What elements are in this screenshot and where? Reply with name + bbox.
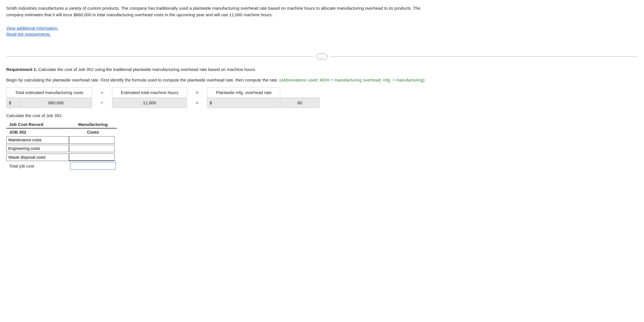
divider-line-right bbox=[330, 56, 638, 57]
formula-section: Total estimated manufacturing costs ÷ Es… bbox=[6, 87, 638, 108]
formula-col2-header: Estimated total machine hours bbox=[112, 87, 187, 98]
waste-value-cell[interactable] bbox=[69, 153, 117, 162]
abbreviation-note: (Abbreviations used: MOH = manufacturing… bbox=[279, 78, 424, 82]
total-label: Total job cost bbox=[6, 162, 69, 170]
requirement-title-bold: Requirement 1. bbox=[6, 67, 37, 72]
maintenance-value-input[interactable] bbox=[69, 136, 115, 144]
maintenance-value-cell[interactable] bbox=[69, 136, 117, 144]
formula-operator2-header: = bbox=[187, 87, 207, 98]
waste-value-input[interactable] bbox=[69, 153, 115, 161]
job-col1-header: Job Cost Record bbox=[6, 121, 69, 128]
calculate-label: Calculate the cost of Job 352. bbox=[6, 113, 638, 118]
job-cost-table: Job Cost Record Manufacturing JOB 352 Co… bbox=[6, 121, 117, 170]
formula-col3-dollar: $ bbox=[207, 98, 280, 108]
maintenance-label-cell[interactable] bbox=[6, 136, 69, 144]
engineering-value-cell[interactable] bbox=[69, 144, 117, 153]
formula-table: Total estimated manufacturing costs ÷ Es… bbox=[6, 87, 320, 108]
engineering-costs-row bbox=[6, 144, 117, 153]
formula-operator1-value: ÷ bbox=[92, 98, 112, 108]
formula-col3-value: 60 bbox=[280, 98, 320, 108]
divider-dots: ... bbox=[316, 54, 328, 60]
formula-equals-value: = bbox=[187, 98, 207, 108]
formula-operator1-header: ÷ bbox=[92, 87, 112, 98]
formula-col2-value: 11,000 bbox=[112, 98, 187, 108]
formula-intro-text: Begin by calculating the plantwide overh… bbox=[6, 77, 638, 83]
formula-col3-header: Plantwide mfg. overhead rate bbox=[207, 87, 280, 98]
engineering-label-input[interactable] bbox=[6, 145, 69, 152]
intro-paragraph: Smith Industries manufactures a variety … bbox=[6, 5, 434, 18]
requirement-title: Requirement 1. Calculate the cost of Job… bbox=[6, 66, 638, 73]
view-additional-info-link[interactable]: View additional information. bbox=[6, 26, 638, 30]
formula-col1-dollar: $ bbox=[7, 98, 20, 108]
waste-disposal-costs-row bbox=[6, 153, 117, 162]
read-requirements-link[interactable]: Read the requirements. bbox=[6, 32, 638, 36]
formula-col1-value: 660,000 bbox=[20, 98, 92, 108]
requirement-title-rest: Calculate the cost of Job 352 using the … bbox=[37, 67, 256, 72]
formula-col1-header: Total estimated manufacturing costs bbox=[7, 87, 92, 98]
total-value-cell[interactable] bbox=[69, 162, 117, 170]
waste-label-input[interactable] bbox=[6, 154, 69, 161]
maintenance-costs-row bbox=[6, 136, 117, 144]
job-col2-header: Manufacturing bbox=[69, 121, 117, 128]
total-value-input[interactable] bbox=[70, 162, 116, 170]
job-number: JOB 352 bbox=[6, 128, 69, 136]
waste-label-cell[interactable] bbox=[6, 153, 69, 162]
costs-header: Costs bbox=[69, 128, 117, 136]
maintenance-label-input[interactable] bbox=[6, 136, 69, 144]
divider-line-left bbox=[6, 56, 314, 57]
section-divider: ... bbox=[6, 54, 638, 60]
total-job-cost-row: Total job cost bbox=[6, 162, 117, 170]
engineering-label-cell[interactable] bbox=[6, 144, 69, 153]
job-number-row: JOB 352 Costs bbox=[6, 128, 117, 136]
engineering-value-input[interactable] bbox=[69, 145, 115, 152]
